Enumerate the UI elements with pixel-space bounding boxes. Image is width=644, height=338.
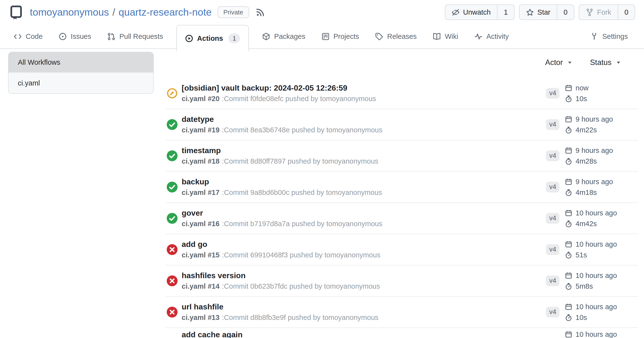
filter-actor[interactable]: Actor (545, 58, 572, 67)
repo-book-icon (9, 4, 24, 20)
run-text-block: [obsidian] vault backup: 2024-02-05 12:2… (182, 84, 546, 103)
run-title-link[interactable]: hashfiles version (182, 271, 546, 280)
repo-action-button[interactable]: Unwatch (445, 5, 497, 19)
project-icon (322, 32, 330, 40)
run-status-icon (166, 307, 178, 318)
rss-icon (256, 7, 265, 17)
repo-action-button-group: Star 0 (519, 4, 574, 20)
run-text-block: gover ci.yaml #16 :Commit b7197d8a7a pus… (182, 209, 546, 228)
run-commit-info: :Commit 0b623b7fdc pushed by tomoyanonym… (222, 282, 380, 290)
tab-code[interactable]: Code (14, 32, 42, 40)
run-time-info: 9 hours ago 4m18s (565, 178, 638, 197)
tab-label: Actions (197, 34, 223, 42)
calendar-icon (565, 241, 572, 248)
run-text-block: hashfiles version ci.yaml #14 :Commit 0b… (182, 271, 546, 290)
run-time-info: now 10s (565, 84, 638, 103)
run-text-block: add go ci.yaml #15 :Commit 69910468f3 pu… (182, 240, 546, 259)
stopwatch-icon (565, 251, 572, 259)
calendar-icon (565, 303, 572, 311)
run-title-link[interactable]: [obsidian] vault backup: 2024-02-05 12:2… (182, 84, 546, 92)
tab-actions[interactable]: Actions 1 (176, 25, 249, 51)
eye-closed-icon (452, 8, 460, 16)
tab-releases[interactable]: Releases (375, 32, 416, 40)
run-title-link[interactable]: backup (182, 177, 546, 186)
tab-projects[interactable]: Projects (322, 32, 359, 40)
workflow-run-row[interactable]: add cache again 10 hours ago (166, 328, 638, 338)
workflow-run-list: [obsidian] vault backup: 2024-02-05 12:2… (166, 78, 638, 338)
run-time-text: 10 hours ago (576, 240, 617, 248)
run-status-icon (166, 244, 178, 255)
run-title-link[interactable]: gover (182, 209, 546, 217)
run-time-text: 9 hours ago (576, 178, 613, 186)
run-meta: ci.yaml #17 :Commit 9a8bd6b00c pushed by… (182, 188, 546, 197)
tab-settings[interactable]: Settings (590, 32, 628, 40)
button-count[interactable]: 0 (618, 5, 635, 19)
run-started-time: 9 hours ago (565, 147, 638, 155)
run-workflow-number: ci.yaml #15 (182, 251, 220, 259)
run-time-text: 10 hours ago (576, 331, 617, 338)
tab-issues[interactable]: Issues (59, 32, 91, 40)
tab-wiki[interactable]: Wiki (433, 32, 458, 40)
run-status-icon (166, 181, 178, 193)
button-count[interactable]: 0 (557, 5, 574, 19)
rss-feed-link[interactable] (256, 7, 265, 17)
run-title-link[interactable]: add cache again (182, 331, 565, 338)
run-time-info: 10 hours ago (565, 331, 638, 338)
run-time-text: 10 hours ago (576, 209, 617, 217)
run-title-link[interactable]: url hashfile (182, 303, 546, 311)
run-time-text: 9 hours ago (576, 115, 613, 123)
check-circle-icon (166, 181, 178, 193)
run-commit-info: :Commit f0fde08efc pushed by tomoyanonym… (222, 95, 376, 103)
run-duration: 4m42s (565, 220, 638, 228)
caret-down-icon (567, 61, 572, 64)
run-duration: 10s (565, 314, 638, 322)
filter-status[interactable]: Status (590, 58, 621, 67)
repo-action-button[interactable]: Star (520, 5, 557, 19)
workflow-label: All Workflows (18, 58, 60, 66)
breadcrumb-separator: / (112, 6, 115, 18)
run-status-icon (166, 213, 178, 224)
tab-packages[interactable]: Packages (262, 32, 305, 40)
workflow-run-row[interactable]: hashfiles version ci.yaml #14 :Commit 0b… (166, 265, 638, 297)
button-count[interactable]: 1 (497, 5, 514, 19)
run-meta: ci.yaml #14 :Commit 0b623b7fdc pushed by… (182, 282, 546, 290)
tab-label: Packages (274, 32, 305, 40)
pulse-icon (474, 32, 482, 40)
run-commit-info: :Commit 8ea3b6748e pushed by tomoyanonym… (222, 126, 382, 134)
run-title-link[interactable]: add go (182, 240, 546, 249)
run-duration: 5m8s (565, 282, 638, 290)
sidebar-workflow-item[interactable]: ci.yaml (8, 73, 153, 93)
runner-version-badge: v4 (546, 244, 560, 255)
run-status-icon (166, 275, 178, 287)
workflow-run-row[interactable]: add go ci.yaml #15 :Commit 69910468f3 pu… (166, 234, 638, 265)
repo-owner-link[interactable]: tomoyanonymous (30, 6, 109, 18)
workflow-run-row[interactable]: [obsidian] vault backup: 2024-02-05 12:2… (166, 78, 638, 109)
repo-name-link[interactable]: quartz-research-note (118, 6, 212, 18)
run-started-time: 10 hours ago (565, 240, 638, 248)
progress-spinner-icon (166, 88, 178, 99)
check-circle-icon (166, 150, 178, 162)
run-title-link[interactable]: datetype (182, 115, 546, 124)
run-title-link[interactable]: timestamp (182, 146, 546, 155)
run-status-icon (166, 88, 178, 99)
workflow-label: ci.yaml (18, 79, 40, 87)
play-circle-icon (185, 34, 193, 42)
tab-pull-requests[interactable]: Pull Requests (107, 32, 163, 40)
run-started-time: 10 hours ago (565, 331, 638, 338)
workflow-run-row[interactable]: datetype ci.yaml #19 :Commit 8ea3b6748e … (166, 109, 638, 141)
sidebar-workflow-item[interactable]: All Workflows (8, 52, 153, 73)
workflow-run-row[interactable]: timestamp ci.yaml #18 :Commit 8d80ff7897… (166, 141, 638, 172)
tab-activity[interactable]: Activity (474, 32, 509, 40)
runner-version-badge: v4 (546, 276, 560, 286)
calendar-icon (565, 272, 572, 279)
tab-label: Settings (602, 32, 628, 40)
workflow-run-row[interactable]: gover ci.yaml #16 :Commit b7197d8a7a pus… (166, 203, 638, 234)
workflow-run-row[interactable]: backup ci.yaml #17 :Commit 9a8bd6b00c pu… (166, 172, 638, 203)
workflow-run-row[interactable]: url hashfile ci.yaml #13 :Commit d8b8fb3… (166, 297, 638, 328)
calendar-icon (565, 147, 572, 154)
run-duration: 10s (565, 95, 638, 103)
run-status-icon (166, 119, 178, 130)
run-text-block: add cache again (182, 331, 565, 338)
repo-action-button[interactable]: Fork (579, 5, 618, 19)
x-circle-icon (166, 244, 178, 255)
